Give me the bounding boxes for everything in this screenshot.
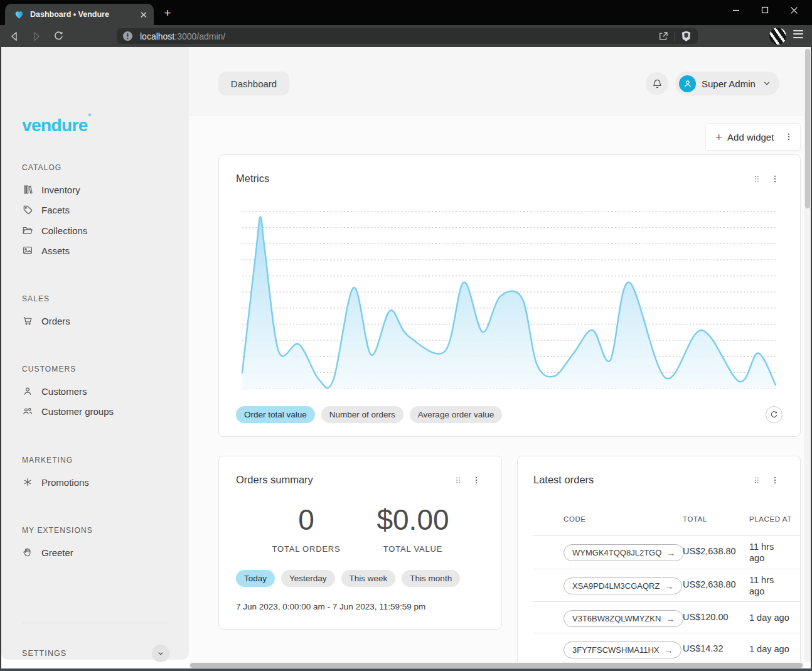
profile-avatar[interactable] <box>769 28 786 45</box>
vendure-favicon <box>14 9 24 19</box>
range-chip-this-week[interactable]: This week <box>341 570 396 587</box>
section-label-catalog: CATALOG <box>22 163 61 172</box>
image-icon <box>22 245 33 256</box>
metric-tab-order-total-value[interactable]: Order total value <box>236 406 315 423</box>
sidebar-item-label: Greeter <box>41 547 73 558</box>
chevron-down-icon <box>762 78 772 89</box>
drag-handle-icon[interactable] <box>752 475 762 485</box>
refresh-button[interactable] <box>766 406 783 423</box>
vertical-scrollbar-thumb[interactable] <box>805 49 810 208</box>
user-icon <box>22 385 33 397</box>
total-orders-label: TOTAL ORDERS <box>259 544 353 554</box>
sidebar-item-inventory[interactable]: Inventory <box>22 182 80 197</box>
add-widget-button[interactable]: Add widget <box>727 132 779 142</box>
url-text: localhost:3000/admin/ <box>140 31 658 41</box>
browser-tab[interactable]: Dashboard • Vendure ✕ <box>5 4 154 25</box>
metric-tab-number-of-orders[interactable]: Number of orders <box>321 406 403 423</box>
user-menu[interactable]: Super Admin <box>675 72 779 95</box>
browser-tab-strip: Dashboard • Vendure ✕ + <box>0 0 812 25</box>
sidebar: vendure CATALOG Inventory Facets Collect… <box>1 47 189 660</box>
add-widget-bar: + Add widget <box>705 123 801 151</box>
refresh-icon <box>769 410 779 419</box>
column-header-code: CODE <box>564 515 586 523</box>
total-value-stat: $0.00 TOTAL VALUE <box>366 504 460 554</box>
chart-area-fill <box>242 217 776 389</box>
tab-close-icon[interactable]: ✕ <box>139 10 147 19</box>
forward-button[interactable] <box>29 29 44 44</box>
drag-handle-icon[interactable] <box>752 174 762 184</box>
range-chip-this-month[interactable]: This month <box>402 570 460 587</box>
order-total: US$120.00 <box>683 612 729 622</box>
drag-handle-icon[interactable] <box>453 475 463 485</box>
bell-icon <box>651 78 663 90</box>
users-icon <box>22 405 33 417</box>
order-placed-at: 11 hrs ago <box>749 541 799 564</box>
order-code-button[interactable]: XSA9PD4LM3CGAQRZ→ <box>564 577 682 594</box>
toolbar-separator <box>675 31 675 41</box>
sidebar-item-greeter[interactable]: Greeter <box>22 545 73 560</box>
chevron-down-icon[interactable] <box>152 645 169 662</box>
kebab-menu-icon[interactable] <box>770 174 780 184</box>
order-code-button[interactable]: 3FY7FSCWSHMA11HX→ <box>564 641 681 658</box>
horizontal-scrollbar-thumb[interactable] <box>190 663 803 668</box>
window-maximize-button[interactable] <box>761 6 769 14</box>
widget-title: Metrics <box>236 173 269 185</box>
kebab-menu-icon[interactable] <box>770 475 780 485</box>
sidebar-item-label: Customer groups <box>41 406 114 417</box>
sidebar-item-label: Orders <box>41 316 70 326</box>
table-row: XSA9PD4LM3CGAQRZ→ US$2,638.80 11 hrs ago <box>518 569 801 602</box>
section-label-my-extensions: MY EXTENSIONS <box>22 526 93 535</box>
orders-summary-widget: Orders summary 0 TOTAL ORDERS $0.00 TOTA… <box>218 456 502 630</box>
sidebar-item-orders[interactable]: Orders <box>22 313 70 328</box>
address-bar[interactable]: localhost:3000/admin/ <box>117 28 698 44</box>
range-chip-today[interactable]: Today <box>236 570 275 587</box>
sidebar-item-assets[interactable]: Assets <box>22 243 70 258</box>
total-value-label: TOTAL VALUE <box>366 544 460 554</box>
sidebar-item-customers[interactable]: Customers <box>22 384 87 399</box>
sidebar-item-collections[interactable]: Collections <box>22 223 87 238</box>
total-orders-stat: 0 TOTAL ORDERS <box>259 504 353 554</box>
window-minimize-button[interactable] <box>732 6 740 14</box>
arrow-right-icon: → <box>666 548 675 558</box>
vendure-logo: vendure <box>22 112 90 136</box>
sidebar-item-customer-groups[interactable]: Customer groups <box>22 404 114 419</box>
breadcrumb[interactable]: Dashboard <box>218 72 289 95</box>
arrow-right-icon: → <box>666 614 675 624</box>
menu-icon[interactable] <box>793 30 803 40</box>
sidebar-item-label: Facets <box>41 205 70 215</box>
cart-icon <box>22 315 33 326</box>
user-icon <box>683 78 693 89</box>
sidebar-divider <box>22 623 169 623</box>
section-label-sales: SALES <box>22 294 50 303</box>
sidebar-section-settings[interactable]: SETTINGS <box>22 645 169 662</box>
window-close-button[interactable] <box>790 6 798 14</box>
metric-tab-average-order-value[interactable]: Average order value <box>410 406 502 423</box>
table-row: WYMGK4TQQ8JL2TGQ→ US$2,638.80 11 hrs ago <box>518 536 801 569</box>
kebab-menu-icon[interactable] <box>471 475 481 485</box>
new-tab-button[interactable]: + <box>162 8 173 19</box>
section-label-customers: CUSTOMERS <box>22 365 76 373</box>
tag-icon <box>22 204 33 215</box>
sidebar-item-promotions[interactable]: Promotions <box>22 475 89 490</box>
back-button[interactable] <box>7 29 22 44</box>
order-code-button[interactable]: V3T6BW8ZQLWMYZKN→ <box>564 610 683 627</box>
window-edge <box>0 668 812 671</box>
date-range-text: 7 Jun 2023, 0:00:00 am - 7 Jun 2023, 11:… <box>236 602 425 611</box>
brave-shield-icon[interactable] <box>681 30 692 42</box>
site-info-icon[interactable] <box>122 31 133 41</box>
widget-title: Latest orders <box>533 474 594 486</box>
metrics-chart <box>242 208 776 391</box>
reload-button[interactable] <box>51 29 66 44</box>
notifications-button[interactable] <box>646 72 668 95</box>
range-chip-yesterday[interactable]: Yesterday <box>281 570 335 587</box>
order-code-button[interactable]: WYMGK4TQQ8JL2TGQ→ <box>564 544 684 561</box>
metrics-widget: Metrics Order total value Number of orde… <box>218 154 801 437</box>
user-name: Super Admin <box>702 78 756 89</box>
hand-icon <box>22 547 33 558</box>
total-orders-value: 0 <box>259 504 353 535</box>
share-icon[interactable] <box>658 31 669 42</box>
kebab-menu-icon[interactable] <box>784 132 794 142</box>
order-total: US$2,638.80 <box>683 546 736 556</box>
order-total: US$14.32 <box>683 643 724 653</box>
sidebar-item-facets[interactable]: Facets <box>22 202 70 217</box>
